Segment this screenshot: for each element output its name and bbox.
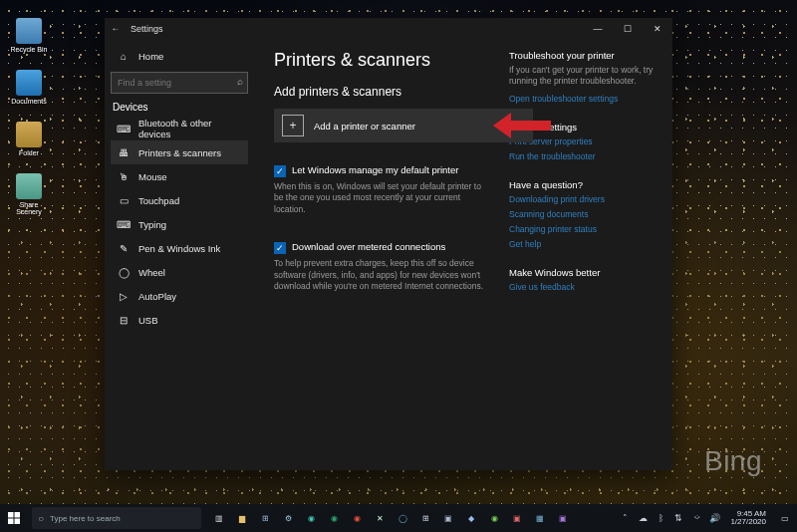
bluetooth-icon: ⌨: [117, 124, 131, 134]
terminal-icon[interactable]: ▣: [438, 508, 458, 528]
sidebar-item-wheel[interactable]: ◯Wheel: [111, 260, 248, 284]
taskbar-clock[interactable]: 9:45 AM 1/27/2020: [725, 510, 771, 527]
sidebar-item-mouse[interactable]: 🖱Mouse: [111, 164, 248, 188]
sidebar-item-label: Wheel: [138, 267, 165, 278]
taskbar-search[interactable]: ○ Type here to search: [32, 507, 201, 529]
checkbox-checked-icon: ✓: [274, 242, 286, 254]
get-help-link[interactable]: Get help: [509, 239, 659, 249]
sidebar-item-label: Bluetooth & other devices: [138, 118, 242, 139]
tray-wifi-icon[interactable]: ⌔: [689, 513, 703, 523]
dial-icon: ◯: [117, 267, 131, 278]
rail-heading: Make Windows better: [509, 267, 659, 278]
page-title: Printers & scanners: [274, 50, 491, 71]
maximize-button[interactable]: ☐: [613, 24, 643, 34]
usb-icon: ⊟: [117, 315, 131, 326]
metered-download-toggle[interactable]: ✓ Download over metered connections: [274, 241, 491, 254]
system-tray: ˄ ☁ ᛒ ⇅ ⌔ 🔊 9:45 AM 1/27/2020 ▭: [618, 508, 797, 528]
checkbox-label: Download over metered connections: [292, 241, 445, 252]
sidebar-item-autoplay[interactable]: ▷AutoPlay: [111, 284, 248, 308]
play-icon: ▷: [117, 291, 131, 302]
desktop-icon-recycle-bin[interactable]: Recycle Bin: [8, 18, 50, 53]
icon-label: Documents: [11, 98, 46, 105]
app-icon[interactable]: ▣: [553, 508, 573, 528]
printer-status-link[interactable]: Changing printer status: [509, 224, 659, 234]
tray-chevron-icon[interactable]: ˄: [618, 513, 632, 523]
feedback-link[interactable]: Give us feedback: [509, 282, 659, 292]
desktop-icon-share[interactable]: Share Scenery: [8, 173, 50, 215]
start-button[interactable]: [0, 504, 28, 532]
search-icon: ⌕: [237, 76, 243, 87]
cortana-icon[interactable]: ◯: [393, 508, 412, 528]
default-printer-toggle[interactable]: ✓ Let Windows manage my default printer: [274, 164, 491, 177]
edge-icon[interactable]: ◉: [301, 508, 321, 528]
bing-watermark: Bing: [704, 445, 762, 477]
tray-bluetooth-icon[interactable]: ᛒ: [654, 513, 667, 523]
sidebar-item-usb[interactable]: ⊟USB: [111, 308, 248, 332]
settings-main: Printers & scanners Add printers & scann…: [254, 40, 672, 470]
store-icon[interactable]: ⊞: [255, 508, 275, 528]
sidebar-item-typing[interactable]: ⌨Typing: [111, 212, 248, 236]
sidebar-item-printers[interactable]: 🖶Printers & scanners: [111, 140, 248, 164]
tray-onedrive-icon[interactable]: ☁: [636, 513, 650, 523]
sidebar-item-label: Mouse: [138, 171, 167, 182]
sidebar-item-pen[interactable]: ✎Pen & Windows Ink: [111, 236, 248, 260]
home-icon: ⌂: [117, 51, 131, 62]
taskbar: ○ Type here to search ▥ ▆ ⊞ ⚙ ◉ ◉ ◉ ✕ ◯ …: [0, 504, 797, 532]
back-button[interactable]: ←: [105, 24, 127, 34]
run-troubleshooter-link[interactable]: Run the troubleshooter: [509, 151, 659, 161]
minimize-button[interactable]: —: [583, 24, 613, 34]
pen-icon: ✎: [117, 243, 131, 254]
desktop-icon-documents[interactable]: Documents: [8, 70, 50, 105]
sidebar-item-label: Printers & scanners: [138, 147, 221, 158]
explorer-icon[interactable]: ▆: [232, 508, 252, 528]
tray-network-icon[interactable]: ⇅: [671, 513, 685, 523]
add-printer-button[interactable]: + Add a printer or scanner: [274, 109, 533, 142]
sidebar-item-touchpad[interactable]: ▭Touchpad: [111, 188, 248, 212]
xbox-icon[interactable]: ✕: [370, 508, 390, 528]
settings-search: ⌕: [111, 72, 248, 94]
setting-description: When this is on, Windows will set your d…: [274, 181, 491, 215]
settings-window: ← Settings — ☐ ✕ ⌂ Home ⌕ Devices ⌨Bluet…: [105, 18, 672, 470]
desktop-icon-folder[interactable]: Folder: [8, 122, 50, 156]
icon-label: Folder: [19, 149, 39, 156]
settings-icon[interactable]: ⚙: [278, 508, 298, 528]
svg-rect-0: [8, 512, 14, 518]
edge-dev-icon[interactable]: ◉: [324, 508, 344, 528]
app-icon[interactable]: ◉: [484, 508, 504, 528]
chrome-icon[interactable]: ◉: [347, 508, 367, 528]
open-troubleshooter-settings-link[interactable]: Open troubleshooter settings: [509, 94, 659, 104]
add-printer-label: Add a printer or scanner: [314, 121, 415, 132]
sidebar-item-label: AutoPlay: [138, 291, 176, 302]
tray-volume-icon[interactable]: 🔊: [707, 513, 721, 523]
windows-logo-icon: [8, 512, 20, 524]
action-center-icon[interactable]: ▭: [775, 508, 795, 528]
settings-sidebar: ⌂ Home ⌕ Devices ⌨Bluetooth & other devi…: [105, 40, 254, 470]
sidebar-item-label: Pen & Windows Ink: [138, 243, 220, 254]
sidebar-item-label: Touchpad: [138, 195, 179, 206]
app-icon[interactable]: ▦: [530, 508, 550, 528]
calculator-icon[interactable]: ⊞: [415, 508, 435, 528]
close-button[interactable]: ✕: [643, 24, 672, 34]
scanning-documents-link[interactable]: Scanning documents: [509, 209, 659, 219]
sidebar-item-label: Typing: [138, 219, 166, 230]
sidebar-item-bluetooth[interactable]: ⌨Bluetooth & other devices: [111, 117, 248, 140]
plus-icon: +: [282, 115, 304, 136]
app-icon[interactable]: ◆: [461, 508, 481, 528]
checkbox-checked-icon: ✓: [274, 165, 286, 177]
svg-rect-2: [8, 519, 14, 525]
mouse-icon: 🖱: [117, 171, 131, 182]
clock-date: 1/27/2020: [730, 518, 766, 526]
download-drivers-link[interactable]: Downloading print drivers: [509, 194, 659, 204]
home-button[interactable]: ⌂ Home: [111, 44, 248, 68]
settings-search-input[interactable]: [111, 72, 248, 94]
checkbox-label: Let Windows manage my default printer: [292, 164, 458, 175]
svg-rect-1: [15, 512, 21, 518]
printer-icon: 🖶: [117, 147, 131, 158]
search-placeholder: Type here to search: [50, 514, 121, 523]
window-titlebar: ← Settings — ☐ ✕: [105, 18, 672, 40]
app-icon[interactable]: ▣: [507, 508, 527, 528]
task-view-icon[interactable]: ▥: [209, 508, 229, 528]
keyboard-icon: ⌨: [117, 219, 131, 230]
setting-description: To help prevent extra charges, keep this…: [274, 258, 491, 292]
svg-rect-3: [15, 519, 21, 525]
